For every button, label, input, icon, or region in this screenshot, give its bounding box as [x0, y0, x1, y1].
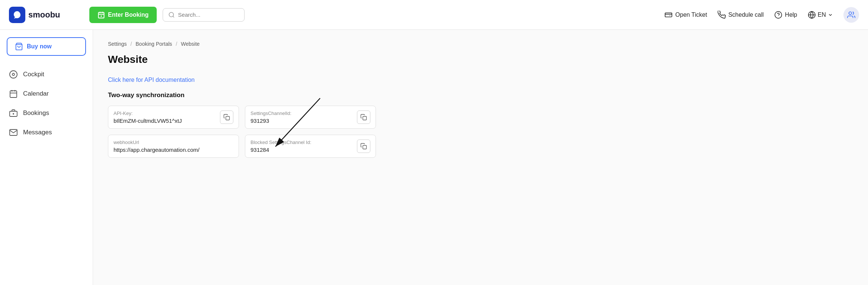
breadcrumb: Settings / Booking Portals / Website [108, 41, 853, 47]
enter-booking-button[interactable]: Enter Booking [89, 7, 157, 23]
calendar-icon [9, 89, 18, 98]
copy-settings-channel-id-button[interactable] [357, 111, 370, 124]
logo-icon [9, 7, 25, 23]
svg-rect-0 [99, 12, 104, 18]
copy-blocked-channel-id-button[interactable] [357, 140, 370, 153]
svg-point-15 [12, 73, 15, 76]
users-icon [847, 11, 855, 19]
search-bar[interactable] [163, 8, 245, 22]
cockpit-icon [9, 70, 18, 79]
copy-api-key-button[interactable] [220, 111, 233, 124]
language-selector[interactable]: EN [808, 11, 833, 19]
api-key-field: API-Key: bIlEmZM-cultmdLVW51^xtJ [108, 106, 239, 129]
blocked-channel-id-field: Blocked SettingsChannel Id: 931284 [245, 135, 376, 158]
copy-icon [360, 143, 367, 150]
chevron-down-icon [828, 12, 833, 17]
copy-icon [223, 114, 230, 121]
svg-line-7 [173, 16, 174, 17]
webhook-url-value: https://app.chargeautomation.com/ [114, 147, 233, 153]
phone-icon [718, 11, 726, 19]
api-key-value: bIlEmZM-cultmdLVW51^xtJ [114, 118, 216, 124]
section-title: Two-way synchronization [108, 92, 853, 99]
blocked-channel-id-value: 931284 [250, 147, 353, 153]
app-body: Buy now Cockpit Calendar Bookings Messag [0, 30, 868, 285]
buy-now-button[interactable]: Buy now [7, 37, 86, 56]
top-nav: smoobu Enter Booking Open Ticket Schedul… [0, 0, 868, 30]
svg-point-12 [849, 12, 852, 14]
messages-icon [9, 128, 18, 137]
search-input[interactable] [178, 12, 230, 18]
svg-rect-16 [10, 91, 17, 97]
svg-rect-25 [226, 116, 230, 120]
svg-rect-26 [363, 116, 367, 120]
settings-channel-id-value: 931293 [250, 118, 353, 124]
svg-rect-27 [363, 145, 367, 149]
bookings-icon [9, 109, 18, 118]
page-title: Website [108, 54, 853, 65]
svg-point-14 [10, 71, 17, 78]
webhook-url-label: webhookUrl [114, 140, 233, 145]
sidebar-item-messages[interactable]: Messages [0, 123, 93, 142]
schedule-call-button[interactable]: Schedule call [718, 11, 764, 19]
logo-area: smoobu [9, 7, 83, 23]
api-doc-link[interactable]: Click here for API documentation [108, 77, 853, 83]
help-icon [774, 11, 782, 19]
open-ticket-button[interactable]: Open Ticket [664, 11, 707, 19]
sidebar-item-bookings[interactable]: Bookings [0, 103, 93, 123]
svg-point-9 [775, 11, 782, 18]
search-icon [168, 12, 175, 18]
webhook-url-field: webhookUrl https://app.chargeautomation.… [108, 135, 239, 158]
help-button[interactable]: Help [774, 11, 797, 19]
sidebar-item-calendar[interactable]: Calendar [0, 84, 93, 103]
user-avatar-button[interactable] [843, 7, 859, 23]
svg-point-6 [169, 12, 174, 17]
svg-rect-8 [665, 13, 672, 17]
sidebar-item-cockpit[interactable]: Cockpit [0, 65, 93, 84]
blocked-channel-id-label: Blocked SettingsChannel Id: [250, 140, 353, 145]
basket-icon [15, 42, 23, 51]
sidebar: Buy now Cockpit Calendar Bookings Messag [0, 30, 93, 285]
logo-text: smoobu [28, 10, 60, 20]
settings-channel-id-label: SettingsChannelId: [250, 111, 353, 116]
globe-icon [808, 11, 816, 19]
fields-grid: API-Key: bIlEmZM-cultmdLVW51^xtJ Setting… [108, 106, 376, 158]
api-key-label: API-Key: [114, 111, 216, 116]
settings-channel-id-field: SettingsChannelId: 931293 [245, 106, 376, 129]
main-content: Settings / Booking Portals / Website Web… [93, 30, 868, 285]
copy-icon [360, 114, 367, 121]
ticket-icon [664, 11, 673, 19]
nav-right: Open Ticket Schedule call Help EN [664, 7, 859, 23]
